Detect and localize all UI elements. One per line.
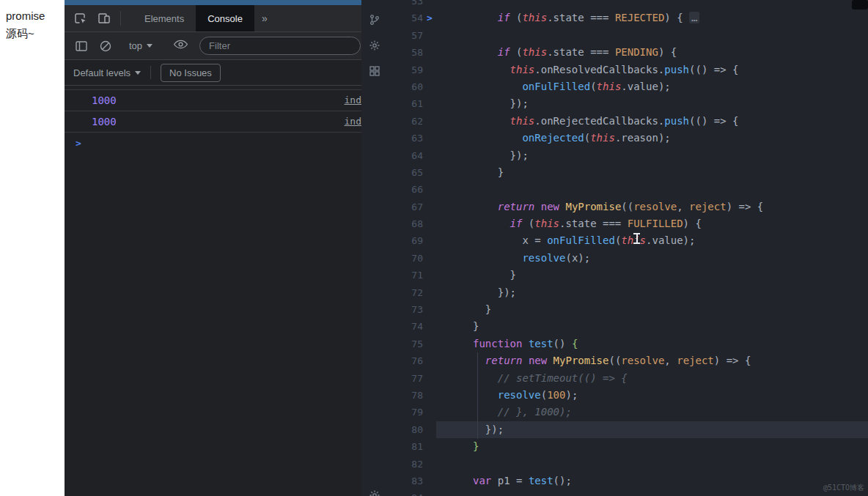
line-number[interactable]: 77 xyxy=(388,370,423,387)
line-number[interactable]: 83 xyxy=(388,473,423,489)
console-source-link[interactable]: ind xyxy=(345,95,361,106)
git-branch-icon[interactable] xyxy=(369,14,380,26)
line-number[interactable]: 75 xyxy=(388,336,423,352)
code-token: new xyxy=(541,201,559,212)
line-number[interactable]: 71 xyxy=(388,267,423,284)
gear-icon[interactable] xyxy=(369,40,380,51)
line-number[interactable]: 80 xyxy=(388,421,423,438)
line-number[interactable]: 84 xyxy=(388,489,423,496)
line-number[interactable]: 81 xyxy=(388,438,423,455)
code-text[interactable]: }); xyxy=(473,147,529,164)
code-line: 70 resolve(x); xyxy=(388,250,868,267)
more-tabs-icon[interactable]: » xyxy=(254,5,275,32)
code-text[interactable]: // setTimeout(() => { xyxy=(473,370,628,387)
code-token: REJECTED xyxy=(615,12,664,23)
context-selector[interactable]: top xyxy=(129,40,152,51)
devtools-panel: Elements Console » top xyxy=(65,0,361,496)
console-sidebar-icon[interactable] xyxy=(74,39,89,53)
code-token: 100 xyxy=(547,389,565,401)
device-toolbar-icon[interactable] xyxy=(97,11,111,26)
code-line: 58 if (this.state === PENDING) { xyxy=(388,44,868,61)
code-text[interactable]: }); xyxy=(473,284,516,301)
code-text[interactable]: // }, 1000); xyxy=(473,404,572,421)
code-text[interactable]: } xyxy=(473,164,504,181)
code-text[interactable]: x = onFulFilled(this.value); xyxy=(473,232,695,249)
line-number[interactable]: 72 xyxy=(388,284,423,301)
code-text[interactable]: } xyxy=(473,301,491,318)
line-number[interactable]: 60 xyxy=(388,78,423,95)
code-text[interactable]: } xyxy=(473,318,479,335)
console-message-row[interactable]: 1000 ind xyxy=(65,111,361,133)
line-number[interactable]: 65 xyxy=(388,164,423,181)
code-line: 77 // setTimeout(() => { xyxy=(388,370,868,387)
console-message-row[interactable]: 1000 ind xyxy=(65,90,361,111)
line-number[interactable]: 76 xyxy=(388,352,423,369)
line-number[interactable]: 67 xyxy=(388,199,423,215)
code-text[interactable]: if (this.state === REJECTED) { … xyxy=(473,10,699,26)
line-number[interactable]: 68 xyxy=(388,215,423,232)
code-text[interactable]: }); xyxy=(473,95,529,112)
line-number[interactable]: 63 xyxy=(388,130,423,147)
code-text[interactable]: var p1 = test(); xyxy=(473,473,572,489)
code-token: resolve xyxy=(621,355,664,366)
code-text[interactable]: return new MyPromise((resolve, reject) =… xyxy=(473,199,763,215)
live-expression-eye-icon[interactable] xyxy=(173,39,188,53)
line-number[interactable]: 82 xyxy=(388,456,423,473)
code-line: 69 x = onFulFilled(this.value); xyxy=(388,232,868,249)
filter-input[interactable]: Filter xyxy=(199,37,361,55)
code-text[interactable]: if (this.state === PENDING) { xyxy=(473,44,677,61)
code-text[interactable]: function test() { xyxy=(473,336,578,352)
code-text[interactable]: onFulFilled(this.value); xyxy=(473,78,671,95)
console-prompt[interactable]: > xyxy=(65,133,361,153)
line-number[interactable]: 66 xyxy=(388,181,423,198)
scrollbar-thumb[interactable] xyxy=(852,0,868,10)
console-source-link[interactable]: ind xyxy=(345,116,361,127)
code-token: (); xyxy=(553,475,572,486)
grid-icon[interactable] xyxy=(369,65,380,77)
page-content-panel: promise 源码~ xyxy=(0,0,65,496)
code-line: 53 xyxy=(388,0,868,10)
code-text[interactable]: } xyxy=(473,438,479,455)
code-token: x = xyxy=(473,234,547,246)
log-levels-dropdown[interactable]: Default levels xyxy=(73,67,141,78)
code-text[interactable]: if (this.state === FULFILLED) { xyxy=(473,215,702,232)
tab-console[interactable]: Console xyxy=(196,5,254,32)
line-number[interactable]: 79 xyxy=(388,404,423,421)
code-text[interactable]: resolve(100); xyxy=(473,387,578,404)
code-line: 75function test() { xyxy=(388,336,868,352)
code-token: FULFILLED xyxy=(628,218,683,229)
code-text[interactable]: return new MyPromise((resolve, reject) =… xyxy=(473,352,751,369)
line-number[interactable]: 59 xyxy=(388,62,423,78)
code-text[interactable]: this.onResolvedCallbacks.push(() => { xyxy=(473,62,738,78)
code-line: 62 this.onRejectedCallbacks.push(() => { xyxy=(388,113,868,130)
line-number[interactable]: 61 xyxy=(388,95,423,112)
fold-chevron-icon[interactable]: > xyxy=(427,10,433,26)
code-token: reject xyxy=(689,201,727,212)
code-text[interactable]: } xyxy=(473,267,516,284)
line-number[interactable]: 70 xyxy=(388,250,423,267)
line-number[interactable]: 62 xyxy=(388,113,423,130)
no-issues-badge[interactable]: No Issues xyxy=(161,64,221,82)
code-token: }); xyxy=(473,286,516,298)
code-line: 83var p1 = test(); xyxy=(388,473,868,489)
code-text[interactable]: onRejected(this.reason); xyxy=(473,130,671,147)
code-text[interactable]: this.onRejectedCallbacks.push(() => { xyxy=(473,113,738,130)
text-cursor-icon xyxy=(632,232,641,245)
line-number[interactable]: 57 xyxy=(388,27,423,44)
line-number[interactable]: 74 xyxy=(388,318,423,335)
line-number[interactable]: 53 xyxy=(388,0,423,10)
code-editor[interactable]: 5354> if (this.state === REJECTED) { …57… xyxy=(388,0,868,496)
line-number[interactable]: 64 xyxy=(388,147,423,164)
line-number[interactable]: 58 xyxy=(388,44,423,61)
clear-console-icon[interactable] xyxy=(98,39,113,53)
line-number[interactable]: 54 xyxy=(388,10,423,26)
code-line: 73 } xyxy=(388,301,868,318)
inspect-element-icon[interactable] xyxy=(73,11,88,26)
tab-elements[interactable]: Elements xyxy=(133,5,196,32)
gear-bottom-icon[interactable] xyxy=(369,489,380,496)
line-number[interactable]: 69 xyxy=(388,232,423,249)
line-number[interactable]: 73 xyxy=(388,301,423,318)
code-text[interactable]: resolve(x); xyxy=(473,250,590,267)
code-token: .reason); xyxy=(615,132,671,144)
line-number[interactable]: 78 xyxy=(388,387,423,404)
